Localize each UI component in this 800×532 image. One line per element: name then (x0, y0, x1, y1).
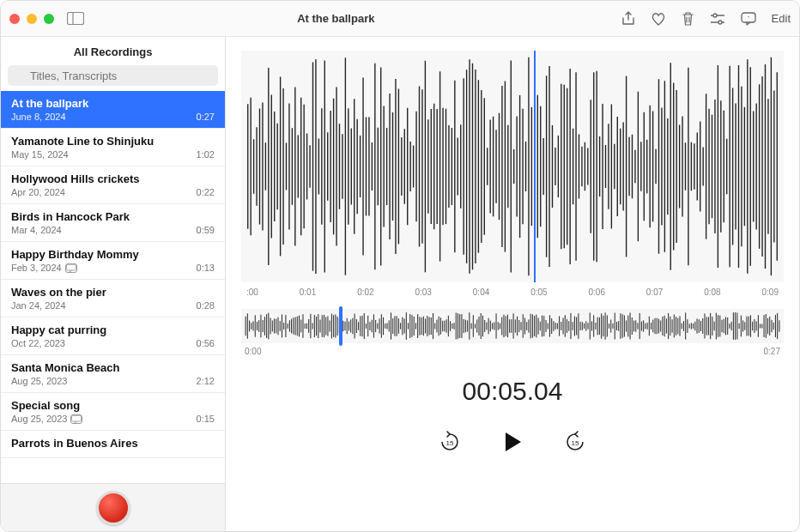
recordings-list: At the ballparkJune 8, 2024 0:27Yamanote… (1, 91, 225, 483)
axis-tick: 0:04 (473, 287, 489, 297)
axis-tick: :00 (246, 287, 258, 297)
playback-controls: 15 15 (241, 430, 784, 454)
play-button[interactable] (500, 430, 524, 454)
overview-end-time: 0:27 (764, 347, 780, 356)
recording-item[interactable]: At the ballparkJune 8, 2024 0:27 (1, 91, 225, 129)
waveform-overview[interactable] (241, 309, 784, 343)
recording-duration: 0:13 (197, 263, 215, 273)
recording-date: May 15, 2024 (11, 149, 69, 160)
svg-text:15: 15 (572, 439, 579, 447)
svg-rect-11 (72, 415, 82, 421)
sidebar-title: All Recordings (1, 37, 225, 65)
svg-rect-10 (66, 264, 76, 270)
recording-duration: 0:28 (197, 300, 215, 311)
recording-title: Parrots in Buenos Aires (11, 437, 215, 450)
axis-tick: 0:09 (762, 287, 779, 297)
transcript-badge-icon (70, 414, 82, 424)
recording-item[interactable]: Yamanote Line to ShinjukuMay 15, 2024 1:… (1, 129, 225, 166)
minimize-window-button[interactable] (27, 14, 37, 24)
overview-start-time: 0:00 (245, 347, 261, 356)
recording-title: Birds in Hancock Park (11, 210, 215, 223)
recording-title: Santa Monica Beach (11, 361, 215, 374)
recording-item[interactable]: Parrots in Buenos Aires (1, 431, 225, 458)
recording-duration: 1:02 (197, 149, 215, 160)
svg-text:": " (748, 15, 749, 21)
recording-duration: 0:59 (197, 225, 215, 235)
recording-item[interactable]: Hollywood Hills cricketsApr 20, 2024 0:2… (1, 166, 225, 204)
recording-title: Hollywood Hills crickets (11, 172, 215, 185)
skip-forward-button[interactable]: 15 (564, 431, 586, 453)
recording-item[interactable]: Waves on the pierJan 24, 2024 0:28 (1, 280, 225, 317)
recording-duration: 0:15 (197, 414, 215, 424)
playhead[interactable] (534, 51, 536, 282)
recording-duration: 0:27 (197, 112, 215, 122)
transcript-icon[interactable]: " (741, 12, 756, 26)
recording-title: Waves on the pier (11, 286, 215, 299)
axis-tick: 0:01 (300, 287, 316, 297)
recording-item[interactable]: Special songAug 25, 2023 0:15 (1, 393, 225, 431)
axis-tick: 0:05 (530, 287, 547, 297)
current-time: 00:05.04 (241, 377, 784, 406)
recording-title: Yamanote Line to Shinjuku (11, 135, 215, 148)
axis-tick: 0:02 (357, 287, 373, 297)
recording-date: Aug 25, 2023 (11, 414, 82, 424)
settings-sliders-icon[interactable] (710, 13, 725, 25)
transcript-badge-icon (65, 263, 77, 273)
recording-item[interactable]: Happy cat purringOct 22, 2023 0:56 (1, 317, 225, 355)
share-icon[interactable] (621, 11, 635, 27)
recording-item[interactable]: Happy Birthday MommyFeb 3, 2024 0:13 (1, 242, 225, 280)
search-input[interactable] (8, 65, 218, 86)
svg-point-5 (718, 21, 722, 24)
titlebar: At the ballpark " Edit (1, 1, 799, 37)
window-title: At the ballpark (51, 12, 621, 25)
waveform-zoomed[interactable] (241, 51, 784, 282)
axis-tick: 0:07 (646, 287, 663, 297)
recording-date: Aug 25, 2023 (11, 376, 67, 386)
recording-date: Mar 4, 2024 (11, 225, 62, 235)
detail-pane: :000:010:020:030:040:050:060:070:080:09 … (226, 37, 799, 531)
recording-date: Apr 20, 2024 (11, 187, 65, 197)
recording-date: June 8, 2024 (11, 112, 66, 122)
recording-title: Special song (11, 399, 215, 412)
time-axis: :000:010:020:030:040:050:060:070:080:09 (241, 282, 784, 309)
recording-duration: 2:12 (197, 376, 215, 386)
window-controls (9, 14, 54, 24)
recording-duration: 0:56 (197, 338, 215, 348)
recording-item[interactable]: Birds in Hancock ParkMar 4, 2024 0:59 (1, 204, 225, 242)
recording-title: Happy cat purring (11, 323, 215, 336)
svg-text:15: 15 (446, 439, 454, 447)
recording-item[interactable]: Santa Monica BeachAug 25, 2023 2:12 (1, 355, 225, 393)
favorite-icon[interactable] (651, 12, 666, 26)
skip-back-button[interactable]: 15 (439, 431, 461, 453)
recording-title: At the ballpark (11, 97, 215, 110)
trash-icon[interactable] (682, 11, 694, 26)
axis-tick: 0:08 (704, 287, 720, 297)
toolbar: " Edit (621, 11, 791, 27)
axis-tick: 0:06 (589, 287, 605, 297)
record-button[interactable] (96, 491, 130, 525)
record-bar (1, 483, 225, 531)
sidebar: All Recordings At the ballparkJune 8, 20… (1, 37, 226, 531)
recording-date: Feb 3, 2024 (11, 263, 77, 273)
edit-button[interactable]: Edit (772, 12, 791, 25)
svg-point-3 (713, 14, 717, 17)
overview-cursor[interactable] (339, 306, 342, 346)
recording-date: Oct 22, 2023 (11, 338, 65, 348)
recording-duration: 0:22 (197, 187, 215, 197)
axis-tick: 0:03 (415, 287, 431, 297)
close-window-button[interactable] (9, 14, 20, 24)
recording-date: Jan 24, 2024 (11, 300, 66, 311)
recording-title: Happy Birthday Mommy (11, 248, 215, 261)
